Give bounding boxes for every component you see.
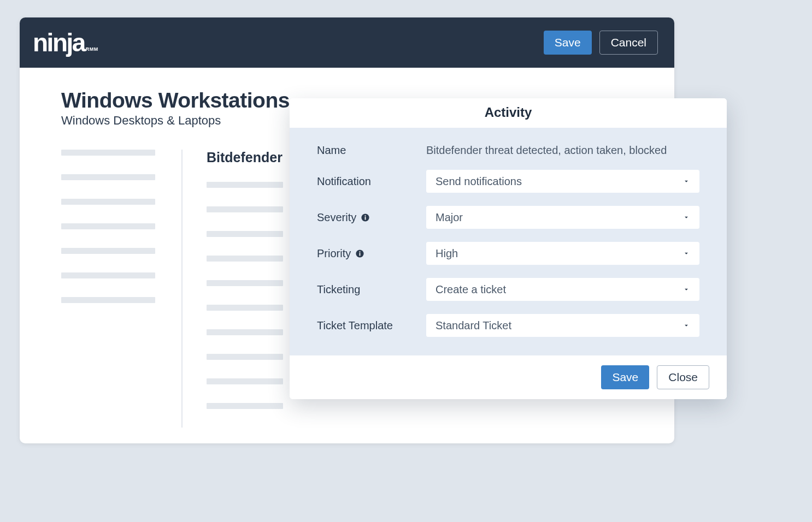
value-name: Bitdefender threat detected, action take… xyxy=(426,144,667,157)
app-header: ninja RMM Save Cancel xyxy=(20,17,674,68)
logo-subtext: RMM xyxy=(86,46,98,52)
label-ticketing: Ticketing xyxy=(317,283,426,296)
modal-close-button[interactable]: Close xyxy=(657,365,709,389)
field-ticket-template: Ticket Template Standard Ticket xyxy=(317,314,699,337)
info-icon[interactable] xyxy=(355,249,364,258)
list-item[interactable] xyxy=(207,354,283,360)
field-priority: Priority High xyxy=(317,242,699,265)
svg-rect-2 xyxy=(365,217,366,220)
label-notification: Notification xyxy=(317,175,426,188)
label-name: Name xyxy=(317,144,426,157)
modal-footer: Save Close xyxy=(290,355,727,399)
select-notification[interactable]: Send notifications xyxy=(426,170,699,193)
select-ticketing[interactable]: Create a ticket xyxy=(426,278,699,301)
list-item[interactable] xyxy=(207,231,283,237)
select-value: Standard Ticket xyxy=(436,319,511,332)
list-item[interactable] xyxy=(207,280,283,286)
save-button[interactable]: Save xyxy=(544,31,592,55)
chevron-down-icon xyxy=(682,322,690,329)
list-item[interactable] xyxy=(207,182,283,188)
label-text: Severity xyxy=(317,211,356,224)
sidebar-item[interactable] xyxy=(61,223,155,229)
sidebar-item[interactable] xyxy=(61,248,155,254)
chevron-down-icon xyxy=(682,250,690,257)
chevron-down-icon xyxy=(682,286,690,293)
list-item[interactable] xyxy=(207,378,283,384)
info-icon[interactable] xyxy=(361,213,370,222)
field-notification: Notification Send notifications xyxy=(317,170,699,193)
svg-point-1 xyxy=(365,215,366,216)
select-severity[interactable]: Major xyxy=(426,206,699,229)
sidebar-item[interactable] xyxy=(61,150,155,156)
select-value: Create a ticket xyxy=(436,283,506,296)
select-priority[interactable]: High xyxy=(426,242,699,265)
field-ticketing: Ticketing Create a ticket xyxy=(317,278,699,301)
label-ticket-template: Ticket Template xyxy=(317,319,426,332)
cancel-button[interactable]: Cancel xyxy=(599,31,658,55)
modal-title: Activity xyxy=(290,98,727,128)
svg-rect-5 xyxy=(360,253,361,256)
activity-modal: Activity Name Bitdefender threat detecte… xyxy=(290,98,727,399)
list-item[interactable] xyxy=(207,329,283,335)
sidebar-item[interactable] xyxy=(61,272,155,278)
sidebar-item[interactable] xyxy=(61,174,155,180)
field-name: Name Bitdefender threat detected, action… xyxy=(317,144,699,157)
sidebar-nav xyxy=(61,150,181,428)
logo: ninja RMM xyxy=(33,30,98,55)
chevron-down-icon xyxy=(682,177,690,185)
svg-point-4 xyxy=(360,251,361,252)
select-ticket-template[interactable]: Standard Ticket xyxy=(426,314,699,337)
select-value: Major xyxy=(436,211,463,224)
select-value: Send notifications xyxy=(436,175,522,188)
header-actions: Save Cancel xyxy=(544,31,658,55)
modal-body: Name Bitdefender threat detected, action… xyxy=(290,128,727,355)
select-value: High xyxy=(436,247,458,260)
sidebar-item[interactable] xyxy=(61,199,155,205)
field-severity: Severity Major xyxy=(317,206,699,229)
list-item[interactable] xyxy=(207,305,283,311)
modal-save-button[interactable]: Save xyxy=(601,365,649,389)
logo-text: ninja xyxy=(33,30,85,55)
list-item[interactable] xyxy=(207,206,283,212)
list-item[interactable] xyxy=(207,256,283,262)
label-text: Priority xyxy=(317,247,351,260)
chevron-down-icon xyxy=(682,213,690,221)
list-item[interactable] xyxy=(207,403,283,409)
sidebar-item[interactable] xyxy=(61,297,155,303)
label-priority: Priority xyxy=(317,247,426,260)
label-severity: Severity xyxy=(317,211,426,224)
